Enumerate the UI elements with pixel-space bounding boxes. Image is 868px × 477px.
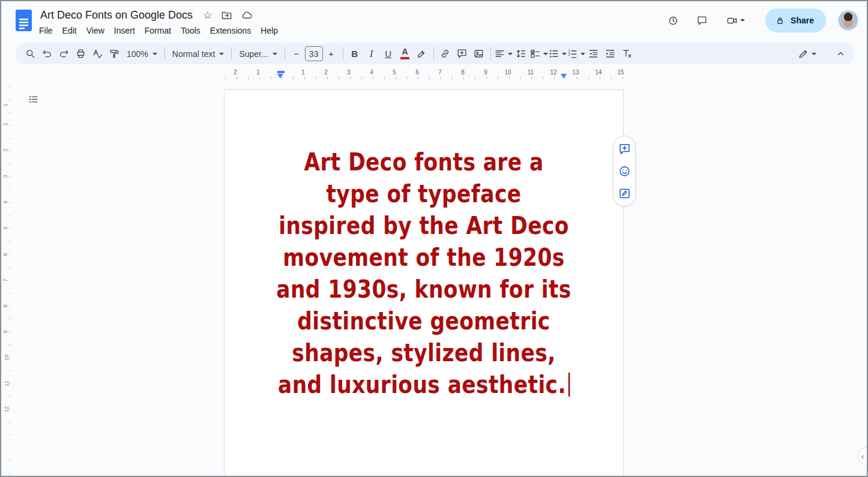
chevron-down-icon xyxy=(543,53,548,55)
vruler-number: 9 xyxy=(2,330,8,333)
vruler-number: 1 xyxy=(2,122,8,125)
open-comments-button[interactable] xyxy=(690,8,714,32)
outline-icon xyxy=(28,94,39,105)
add-comment-icon xyxy=(618,143,631,155)
menu-insert[interactable]: Insert xyxy=(109,24,140,37)
ruler-number: 12 xyxy=(550,69,556,76)
document-title-input[interactable]: Art Deco Fonts on Google Docs xyxy=(39,9,194,22)
title-row: Art Deco Fonts on Google Docs ☆ xyxy=(39,7,283,23)
chevron-up-icon xyxy=(835,48,846,59)
text-cursor xyxy=(568,373,570,397)
editing-mode-select[interactable] xyxy=(798,46,816,62)
redo-button[interactable] xyxy=(55,46,72,62)
insert-link-button[interactable] xyxy=(437,46,454,62)
menu-help[interactable]: Help xyxy=(256,24,283,37)
ruler-number: 11 xyxy=(528,69,534,76)
text-line[interactable]: and luxurious aesthetic. xyxy=(252,369,595,401)
menu-edit[interactable]: Edit xyxy=(58,24,82,37)
suggest-edit-icon xyxy=(618,187,631,200)
left-indent-marker[interactable] xyxy=(277,74,283,79)
search-icon xyxy=(25,48,36,59)
star-icon[interactable]: ☆ xyxy=(203,10,212,20)
header-middle: Art Deco Fonts on Google Docs ☆ File Edi… xyxy=(39,1,283,37)
suggest-edits-button[interactable] xyxy=(616,185,633,202)
undo-button[interactable] xyxy=(38,46,55,62)
text-color-letter: A xyxy=(402,48,408,56)
show-side-panel-button[interactable]: ‹ xyxy=(858,447,867,465)
line-spacing-button[interactable] xyxy=(513,46,529,62)
vruler-number: 3 xyxy=(2,175,8,178)
spellcheck-icon xyxy=(92,48,103,59)
paragraph-style-select[interactable]: Normal text xyxy=(168,46,229,62)
clear-formatting-button[interactable] xyxy=(619,46,636,62)
lock-icon xyxy=(775,16,785,26)
text-line[interactable]: inspired by the Art Deco xyxy=(252,210,595,242)
text-line[interactable]: movement of the 1920s xyxy=(252,242,595,274)
vruler-number: 6 xyxy=(2,253,8,256)
toolbar: 100% Normal text Super... − 33 + B I U A xyxy=(16,43,855,64)
docs-logo-icon[interactable] xyxy=(16,10,32,31)
underline-button[interactable]: U xyxy=(380,46,397,62)
menu-extensions[interactable]: Extensions xyxy=(205,24,256,37)
document-text: Art Deco fonts are a type of typeface in… xyxy=(252,146,595,401)
separator xyxy=(231,47,232,60)
menu-format[interactable]: Format xyxy=(140,24,176,37)
vruler-number: 8 xyxy=(2,304,8,307)
text-line[interactable]: type of typeface xyxy=(252,178,595,210)
numbered-list-select[interactable]: 12 xyxy=(567,46,585,62)
text-line[interactable]: and 1930s, known for its xyxy=(252,274,595,305)
bold-button[interactable]: B xyxy=(346,46,363,62)
version-history-button[interactable] xyxy=(661,8,685,32)
align-select[interactable] xyxy=(494,46,513,62)
document-page[interactable]: Art Deco fonts are a type of typeface in… xyxy=(224,89,624,477)
cloud-status-icon[interactable] xyxy=(241,10,253,21)
vruler-number: 4 xyxy=(2,200,8,203)
insert-image-button[interactable] xyxy=(471,46,487,62)
zoom-value: 100% xyxy=(127,49,148,59)
show-outline-button[interactable] xyxy=(24,90,42,108)
indent-icon xyxy=(604,48,616,59)
add-comment-float-button[interactable] xyxy=(616,140,633,157)
share-button[interactable]: Share xyxy=(765,8,826,32)
increase-indent-button[interactable] xyxy=(602,46,619,62)
text-line[interactable]: Art Deco fonts are a xyxy=(252,146,595,178)
highlight-color-button[interactable] xyxy=(414,46,430,62)
paint-format-button[interactable] xyxy=(106,46,122,62)
font-family-select[interactable]: Super... xyxy=(235,46,281,62)
menu-view[interactable]: View xyxy=(82,24,109,37)
decrease-font-size-button[interactable]: − xyxy=(288,46,305,62)
spellcheck-button[interactable] xyxy=(89,46,106,62)
meet-call-button[interactable] xyxy=(719,8,752,32)
ruler-number: 2 xyxy=(324,69,328,76)
text-line[interactable]: distinctive geometric xyxy=(252,305,595,337)
font-size-input[interactable]: 33 xyxy=(305,46,323,61)
move-folder-icon[interactable] xyxy=(221,10,232,21)
separator xyxy=(343,47,343,60)
insert-comment-button[interactable] xyxy=(454,46,471,62)
bulleted-list-select[interactable] xyxy=(548,46,567,62)
text-line[interactable]: shapes, stylized lines, xyxy=(252,337,595,369)
increase-font-size-button[interactable]: + xyxy=(323,46,340,62)
ruler-number: 14 xyxy=(595,69,601,76)
highlighter-icon xyxy=(416,48,427,59)
right-indent-marker[interactable] xyxy=(561,74,567,79)
print-button[interactable] xyxy=(72,46,89,62)
menu-file[interactable]: File xyxy=(34,24,58,37)
search-menus-button[interactable] xyxy=(22,46,38,62)
decrease-indent-button[interactable] xyxy=(585,46,602,62)
ruler-number: 8 xyxy=(461,69,465,76)
text-color-button[interactable]: A xyxy=(397,46,414,62)
video-camera-icon xyxy=(726,15,738,26)
italic-button[interactable]: I xyxy=(363,46,380,62)
first-line-indent-marker[interactable] xyxy=(277,71,285,73)
hide-menus-button[interactable] xyxy=(832,46,849,62)
undo-icon xyxy=(41,48,53,59)
avatar[interactable] xyxy=(838,10,858,31)
menu-tools[interactable]: Tools xyxy=(176,24,205,37)
zoom-select[interactable]: 100% xyxy=(122,46,161,62)
print-icon xyxy=(75,48,86,59)
separator xyxy=(164,47,165,60)
add-emoji-reaction-button[interactable] xyxy=(616,163,633,179)
ruler-number: 4 xyxy=(370,69,373,76)
checklist-select[interactable] xyxy=(529,46,548,62)
